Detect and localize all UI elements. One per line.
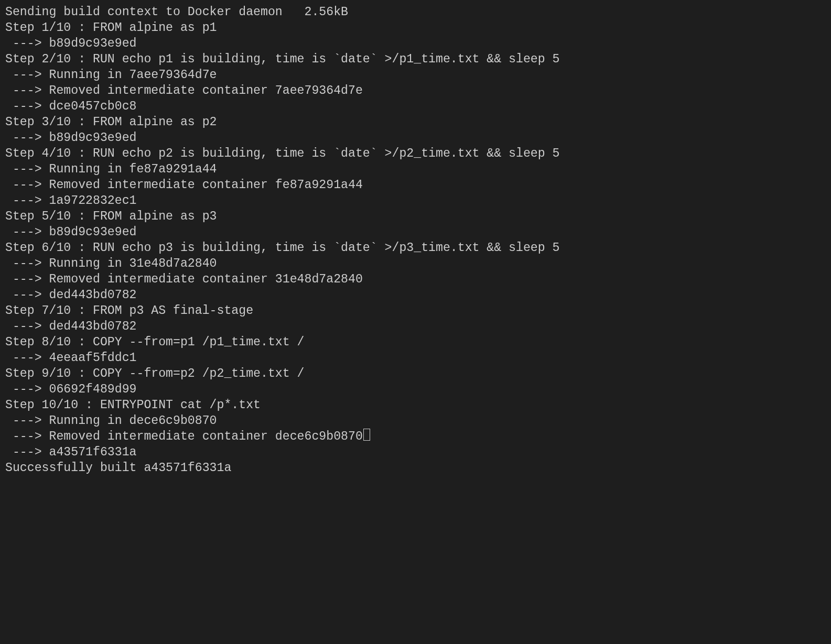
- terminal-line: Step 1/10 : FROM alpine as p1: [5, 21, 217, 35]
- terminal-line: ---> a43571f6331a: [5, 445, 136, 459]
- terminal-line: Step 6/10 : RUN echo p3 is building, tim…: [5, 241, 560, 255]
- terminal-cursor: [363, 429, 370, 441]
- terminal-line: ---> ded443bd0782: [5, 320, 136, 333]
- terminal-line: ---> Removed intermediate container fe87…: [5, 178, 363, 192]
- terminal-line: ---> b89d9c93e9ed: [5, 131, 136, 145]
- terminal-line: Sending build context to Docker daemon 2…: [5, 5, 348, 19]
- terminal-line: Step 3/10 : FROM alpine as p2: [5, 115, 217, 129]
- terminal-line: ---> Running in 7aee79364d7e: [5, 68, 217, 82]
- terminal-line: ---> dce0457cb0c8: [5, 100, 136, 113]
- terminal-line: Step 7/10 : FROM p3 AS final-stage: [5, 304, 253, 318]
- terminal-line: ---> b89d9c93e9ed: [5, 37, 136, 50]
- terminal-line: ---> b89d9c93e9ed: [5, 225, 136, 239]
- terminal-line: ---> 1a9722832ec1: [5, 194, 136, 208]
- terminal-line: Step 8/10 : COPY --from=p1 /p1_time.txt …: [5, 335, 305, 349]
- terminal-line: ---> Running in 31e48d7a2840: [5, 257, 217, 270]
- terminal-line: ---> Removed intermediate container 7aee…: [5, 84, 363, 97]
- terminal-line: ---> Running in dece6c9b0870: [5, 414, 217, 428]
- terminal-line: ---> ded443bd0782: [5, 288, 136, 302]
- terminal-output[interactable]: Sending build context to Docker daemon 2…: [0, 0, 831, 476]
- terminal-line: ---> Removed intermediate container 31e4…: [5, 272, 363, 286]
- terminal-line: ---> Removed intermediate container dece…: [5, 430, 363, 443]
- terminal-line: Step 4/10 : RUN echo p2 is building, tim…: [5, 147, 560, 160]
- terminal-line: Successfully built a43571f6331a: [5, 461, 231, 475]
- terminal-line: ---> 06692f489d99: [5, 383, 136, 396]
- terminal-line: ---> Running in fe87a9291a44: [5, 162, 217, 176]
- terminal-line: ---> 4eeaaf5fddc1: [5, 351, 136, 365]
- terminal-line: Step 2/10 : RUN echo p1 is building, tim…: [5, 52, 560, 66]
- terminal-line: Step 9/10 : COPY --from=p2 /p2_time.txt …: [5, 367, 305, 380]
- terminal-line: Step 5/10 : FROM alpine as p3: [5, 210, 217, 223]
- terminal-line: Step 10/10 : ENTRYPOINT cat /p*.txt: [5, 398, 261, 412]
